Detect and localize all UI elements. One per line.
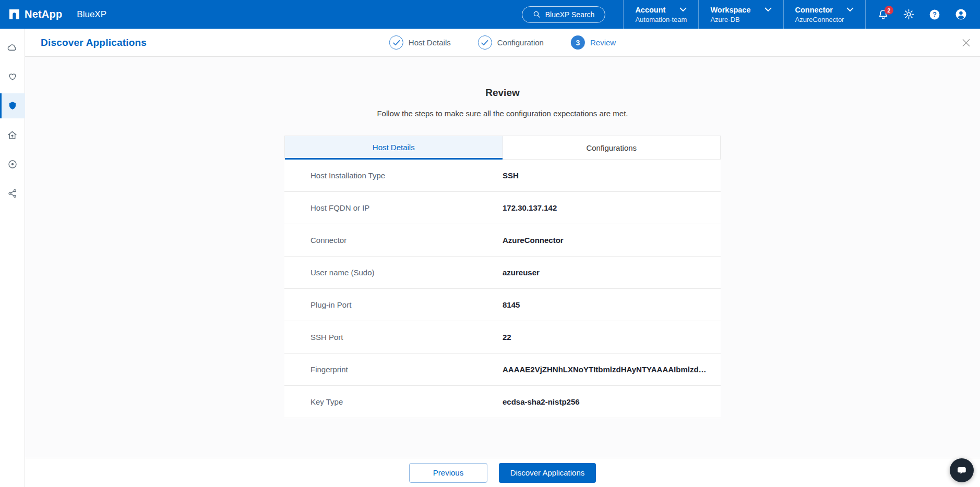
help-button[interactable]: ? [928, 8, 941, 21]
health-heart-icon [7, 71, 18, 82]
table-row: Host Installation Type SSH [284, 160, 721, 192]
table-row: Connector AzureConnector [284, 224, 721, 257]
user-avatar-icon [954, 8, 967, 21]
notification-badge: 2 [885, 6, 893, 15]
home-restore-icon [7, 130, 18, 141]
step-configuration[interactable]: Configuration [478, 35, 544, 50]
step-completed-check-icon [478, 35, 492, 50]
wizard-footer: Previous Discover Applications [25, 458, 980, 487]
review-step-content: Review Follow the steps to make sure all… [25, 57, 980, 458]
help-icon: ? [928, 8, 941, 21]
review-panel: Host Details Configurations Host Install… [284, 136, 721, 418]
account-menu-value: Automation-team [635, 16, 687, 23]
settings-button[interactable] [903, 8, 915, 20]
workspace-menu-value: Azure-DB [710, 16, 771, 23]
sidebar-item-cloud[interactable] [0, 35, 25, 60]
table-row: Plug-in Port 8145 [284, 289, 721, 321]
chat-launcher-button[interactable] [950, 458, 974, 482]
step-number-badge: 3 [571, 35, 585, 50]
row-label: User name (Sudo) [284, 268, 503, 277]
sidebar-item-observability[interactable] [0, 152, 25, 177]
user-account-button[interactable] [954, 8, 967, 21]
step-host-details[interactable]: Host Details [389, 35, 451, 50]
cloud-icon [7, 42, 18, 53]
sidebar-item-health[interactable] [0, 64, 25, 89]
table-row: Key Type ecdsa-sha2-nistp256 [284, 386, 721, 418]
row-value: 8145 [503, 300, 721, 309]
sidebar-item-protection[interactable] [0, 93, 25, 118]
row-value: 172.30.137.142 [503, 203, 721, 212]
tab-host-details[interactable]: Host Details [285, 136, 503, 160]
sidebar-item-mobility[interactable] [0, 123, 25, 148]
row-label: SSH Port [284, 333, 503, 342]
svg-text:?: ? [933, 11, 937, 18]
disc-icon [7, 159, 18, 169]
row-value: ecdsa-sha2-nistp256 [503, 397, 721, 406]
product-name: BlueXP [77, 9, 106, 20]
top-navigation-bar: NetApp BlueXP BlueXP Search Account Auto… [0, 0, 980, 29]
discover-applications-button[interactable]: Discover Applications [499, 463, 596, 483]
connector-menu-value: AzureConnector [795, 16, 854, 23]
row-value: azureuser [503, 268, 721, 277]
shield-icon [7, 101, 18, 111]
search-button[interactable]: BlueXP Search [522, 6, 606, 23]
chevron-down-icon [679, 7, 687, 12]
chevron-down-icon [846, 7, 854, 12]
row-value: SSH [503, 171, 721, 180]
review-tabs: Host Details Configurations [284, 136, 721, 160]
row-label: Fingerprint [284, 365, 503, 374]
step-label: Host Details [409, 38, 451, 47]
close-wizard-button[interactable] [962, 38, 971, 47]
notifications-button[interactable]: 2 [877, 8, 889, 20]
netapp-logo-icon [9, 9, 19, 19]
header-menus: Account Automation-team Workspace Azure-… [623, 0, 866, 29]
row-label: Connector [284, 236, 503, 245]
sidebar-item-sync[interactable] [0, 181, 25, 206]
wizard-header: Discover Applications Host Details Confi… [25, 29, 980, 57]
previous-button[interactable]: Previous [409, 463, 487, 483]
workspace-menu[interactable]: Workspace Azure-DB [698, 0, 783, 29]
step-completed-check-icon [389, 35, 403, 50]
step-review[interactable]: 3 Review [571, 35, 616, 50]
workspace-menu-label: Workspace [710, 6, 750, 14]
table-row: User name (Sudo) azureuser [284, 257, 721, 289]
row-label: Key Type [284, 397, 503, 406]
chevron-down-icon [764, 7, 772, 12]
chat-bubble-icon [956, 465, 967, 476]
row-label: Host FQDN or IP [284, 203, 503, 212]
search-button-label: BlueXP Search [545, 10, 595, 19]
search-icon [533, 10, 541, 18]
row-label: Host Installation Type [284, 171, 503, 180]
connector-menu[interactable]: Connector AzureConnector [783, 0, 866, 29]
connector-menu-label: Connector [795, 6, 833, 14]
wizard-stepper: Host Details Configuration 3 Review [389, 35, 616, 50]
header-icon-cluster: 2 ? [877, 8, 972, 21]
nodes-icon [7, 188, 18, 199]
row-label: Plug-in Port [284, 300, 503, 309]
row-value: 22 [503, 333, 721, 342]
step-label: Review [590, 38, 616, 47]
table-row: SSH Port 22 [284, 321, 721, 354]
review-table: Host Installation Type SSH Host FQDN or … [284, 160, 721, 418]
step-label: Configuration [497, 38, 544, 47]
close-icon [962, 38, 971, 47]
review-subheading: Follow the steps to make sure all the co… [25, 109, 980, 118]
brand: NetApp BlueXP [9, 8, 106, 20]
table-row: Host FQDN or IP 172.30.137.142 [284, 192, 721, 224]
gear-icon [903, 8, 915, 20]
page-title: Discover Applications [41, 37, 147, 48]
account-menu[interactable]: Account Automation-team [623, 0, 698, 29]
account-menu-label: Account [635, 6, 665, 14]
table-row: Fingerprint AAAAE2VjZHNhLXNoYTItbmlzdHAy… [284, 354, 721, 386]
row-value: AzureConnector [503, 236, 721, 245]
left-sidebar [0, 29, 25, 487]
row-value: AAAAE2VjZHNhLXNoYTItbmlzdHAyNTYAAAAIbmlz… [503, 365, 721, 374]
tab-configurations[interactable]: Configurations [503, 136, 721, 160]
brand-name: NetApp [25, 8, 62, 20]
review-heading: Review [25, 87, 980, 99]
